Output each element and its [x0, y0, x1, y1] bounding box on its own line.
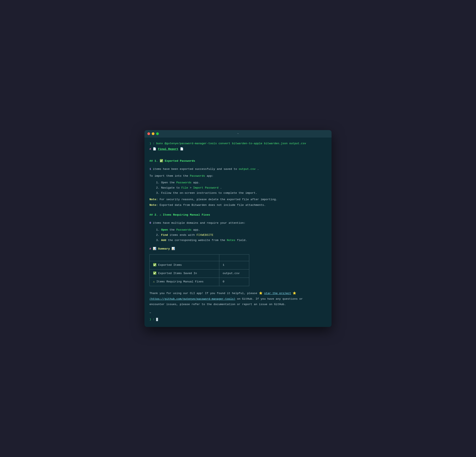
row2-label-text: Exported Items Saved In: [158, 272, 197, 275]
tilde-line: ~: [149, 311, 327, 316]
footer-line2: (https://github.com/gutenye/password-man…: [149, 297, 327, 301]
note2-text: Exported data from Bitwarden does not in…: [160, 203, 266, 207]
terminal-body: ) : bunx @gutenye/password-manager-tools…: [144, 138, 332, 327]
section1-line1-post: .: [257, 167, 259, 171]
section1-heading: ## 1. ✅ Exported Passwords: [149, 159, 327, 164]
footer-line1: Thank you for using our CLI app! If you …: [149, 291, 327, 296]
check-icon-1: ✅: [153, 264, 158, 267]
import-step-1: 1. Open the Passwords app.: [156, 180, 327, 185]
manual-step1-text: the: [170, 228, 176, 231]
note2-bold: Note:: [149, 203, 158, 207]
section1-line1-pre: items have been exported successfully an…: [153, 167, 239, 171]
section2-heading: ## 2. ⚠️ Items Requiring Manual Fixes: [149, 213, 327, 218]
step2-post: .: [220, 186, 222, 189]
import-step-2: 2. Navigate to File > Import Password .: [156, 186, 327, 190]
passwords-app-ref3: Passwords: [176, 228, 191, 231]
row2-label: ✅ Exported Items Saved In: [150, 269, 219, 278]
terminal-window: ~ ) : bunx @gutenye/password-manager-too…: [144, 130, 332, 327]
h1-label: Final Report: [158, 148, 178, 151]
row1-label: ✅ Exported Items: [150, 261, 219, 269]
manual-step-3: 3. Add the corresponding website from th…: [156, 238, 327, 243]
row1-value: 1: [219, 261, 249, 269]
file-menu: File: [181, 186, 188, 189]
import-intro-text: To import them into the: [149, 174, 190, 177]
notes-code: Notes: [227, 239, 235, 242]
section1-heading-text: ## 1. ✅ Exported Passwords: [149, 159, 195, 163]
section2-heading-text: ## 2. ⚠️ Items Requiring Manual Fixes: [149, 213, 210, 216]
h1-icon1: 📄: [153, 148, 158, 151]
footer-line2-text: on GitHub. If you have any questions or: [237, 297, 303, 300]
note1-line: Note: For security reasons, please delet…: [149, 197, 327, 202]
exported-count: 1: [149, 167, 151, 171]
h1-final-report: # 📄 Final Report 📄: [149, 147, 327, 152]
manual-step2-num: 2.: [156, 234, 161, 237]
maximize-button[interactable]: [156, 132, 159, 135]
manual-step-1: 1. Open the Passwords app.: [156, 228, 327, 232]
passwords-app-ref2: Passwords: [176, 181, 191, 184]
note1-text: For security reasons, please delete the …: [160, 198, 278, 201]
table-header-row: [150, 254, 249, 261]
manual-step1-end: app.: [193, 228, 200, 231]
section1-line1: 1 items have been exported successfully …: [149, 167, 327, 172]
manual-step2-text: items ends with: [170, 234, 197, 237]
bottom-prompt: ) :: [149, 317, 327, 322]
footer-pre: Thank you for using our CLI app! If you …: [149, 292, 259, 295]
open-keyword: Open: [161, 228, 168, 231]
h1-icon2: 📄: [180, 148, 184, 151]
table-header-value: [219, 254, 249, 261]
import-password-menu: Import Password: [193, 186, 219, 189]
import-step-3: 3. Follow the on-screen instructions to …: [156, 191, 327, 196]
table-header-label: [150, 254, 219, 261]
manual-step-2: 2. Find items ends with FIXWEBSITE: [156, 233, 327, 238]
manual-step3-num: 3.: [156, 239, 161, 242]
prompt-text: ) :: [149, 318, 156, 321]
section2-line1-text: items have multiple domains and require …: [153, 221, 246, 225]
row2-value: output.csv: [219, 269, 249, 278]
step2-num: 2. Navigate to: [156, 186, 181, 189]
manual-step1-num: 1.: [156, 228, 161, 231]
table-row: ✅ Exported Items 1: [150, 261, 249, 269]
step2-mid: >: [190, 186, 193, 189]
star-icon-2: ⭐: [293, 292, 296, 295]
summary-icon2: 📊: [171, 247, 175, 250]
section2-line1: 0 items have multiple domains and requir…: [149, 221, 327, 226]
manual-step3-text: the corresponding website from the: [168, 239, 227, 242]
table-row: ⚠ Items Requiring Manual Fixes 0: [150, 278, 249, 286]
minimize-button[interactable]: [152, 132, 154, 135]
close-button[interactable]: [147, 132, 150, 135]
cursor: [156, 318, 158, 321]
manual-fix-count: 0: [149, 221, 151, 225]
row3-label-text: Items Requiring Manual Fixes: [156, 280, 204, 283]
find-keyword: Find: [161, 234, 168, 237]
step1-post: app.: [193, 181, 200, 184]
summary-table: ✅ Exported Items 1 ✅ Exported Items Save…: [149, 254, 249, 286]
add-keyword: Add: [161, 239, 166, 242]
star-project-link[interactable]: star the project: [264, 292, 291, 295]
summary-icon1: 📊: [153, 247, 158, 250]
row3-value-text: 0: [223, 280, 224, 283]
step1-num: 1. Open the: [156, 181, 176, 184]
row3-value: 0: [219, 278, 249, 286]
h1-hash: #: [149, 148, 151, 151]
output-filename: output.csv: [239, 167, 255, 171]
titlebar: ~: [144, 130, 332, 138]
fixwebsite-code: FIXWEBSITE: [196, 234, 213, 237]
window-title: ~: [237, 132, 239, 135]
import-intro-line: To import them into the Passwords app:: [149, 174, 327, 179]
warning-icon: ⚠: [153, 280, 156, 283]
summary-heading: # 📊 Summary 📊: [149, 246, 327, 251]
import-intro-post: app:: [207, 174, 213, 177]
row1-value-text: 1: [223, 264, 224, 267]
row2-value-text: output.csv: [223, 272, 239, 275]
table-row: ✅ Exported Items Saved In output.csv: [150, 269, 249, 278]
row1-label-text: Exported Items: [158, 264, 182, 267]
command-text: ) : bunx @gutenye/password-manager-tools…: [149, 142, 306, 145]
manual-step3-end: field.: [237, 239, 247, 242]
step3-text: 3. Follow the on-screen instructions to …: [156, 192, 257, 194]
summary-hash: #: [149, 247, 153, 250]
github-url-link[interactable]: (https://github.com/gutenye/password-man…: [149, 297, 235, 300]
star-icon-1: ⭐: [259, 292, 263, 295]
row3-label: ⚠ Items Requiring Manual Fixes: [150, 278, 219, 286]
traffic-lights: [147, 132, 159, 135]
summary-label: Summary: [158, 247, 170, 250]
